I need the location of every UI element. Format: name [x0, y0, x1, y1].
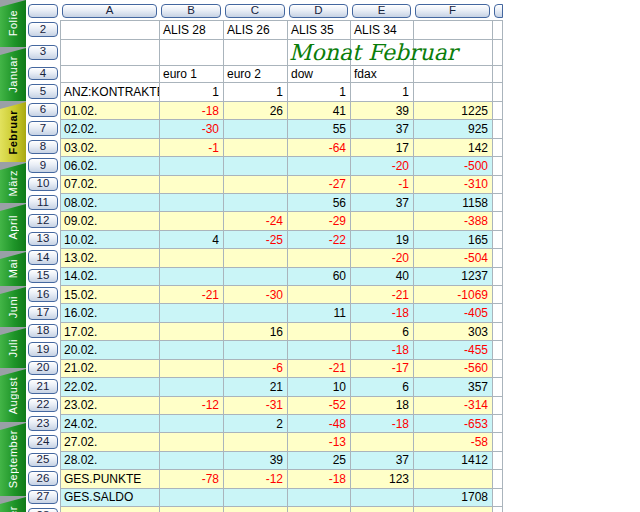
select-all-corner-button[interactable]: [28, 4, 58, 18]
cell-A13[interactable]: 10.02.: [61, 231, 160, 249]
column-header-f[interactable]: F: [415, 4, 490, 18]
cell-B20[interactable]: [160, 360, 224, 378]
cell-D6[interactable]: 41: [288, 102, 351, 120]
cell-F4[interactable]: [414, 66, 493, 83]
cell-D11[interactable]: 56: [288, 194, 351, 212]
cell-E2[interactable]: ALIS 34: [351, 21, 414, 40]
cell-D28[interactable]: [288, 507, 351, 512]
cell-E27[interactable]: [351, 489, 414, 507]
cell-F9[interactable]: -500: [414, 157, 493, 175]
cell-E19[interactable]: -18: [351, 341, 414, 359]
cell-E16[interactable]: -21: [351, 286, 414, 304]
row-header-6[interactable]: 6: [28, 103, 58, 117]
cell-C24[interactable]: [224, 433, 288, 451]
cell-C14[interactable]: [224, 249, 288, 267]
cell-B14[interactable]: [160, 249, 224, 267]
column-header-e[interactable]: E: [352, 4, 411, 18]
cell-E13[interactable]: 19: [351, 231, 414, 249]
cell-F3[interactable]: [414, 40, 493, 66]
cell-E21[interactable]: 6: [351, 378, 414, 396]
cell-D3[interactable]: [288, 40, 351, 66]
sheet-tab-februar[interactable]: Februar: [0, 102, 26, 162]
cell-F26[interactable]: [414, 470, 493, 488]
cell-F16[interactable]: -1069: [414, 286, 493, 304]
cell-E23[interactable]: -18: [351, 415, 414, 433]
column-header-partial[interactable]: [494, 4, 503, 18]
cell-D16[interactable]: [288, 286, 351, 304]
cell-G18[interactable]: [493, 323, 503, 341]
cell-G9[interactable]: [493, 157, 503, 175]
sheet-tab-januar[interactable]: Januar: [0, 48, 26, 101]
cell-B7[interactable]: -30: [160, 120, 224, 138]
cell-F27[interactable]: 1708: [414, 489, 493, 507]
cell-C20[interactable]: -6: [224, 360, 288, 378]
cell-A20[interactable]: 21.02.: [61, 360, 160, 378]
cell-G19[interactable]: [493, 341, 503, 359]
sheet-tab-oktober[interactable]: Oktober: [0, 497, 26, 512]
cell-B9[interactable]: [160, 157, 224, 175]
cell-F11[interactable]: 1158: [414, 194, 493, 212]
cell-B16[interactable]: -21: [160, 286, 224, 304]
cell-G24[interactable]: [493, 433, 503, 451]
cell-F10[interactable]: -310: [414, 176, 493, 194]
row-header-16[interactable]: 16: [28, 287, 58, 301]
cell-G2[interactable]: [493, 21, 503, 40]
cell-F25[interactable]: 1412: [414, 452, 493, 470]
row-header-25[interactable]: 25: [28, 453, 58, 467]
row-header-5[interactable]: 5: [28, 84, 58, 99]
cell-D27[interactable]: [288, 489, 351, 507]
cell-C27[interactable]: [224, 489, 288, 507]
cell-E28[interactable]: [351, 507, 414, 512]
row-header-4[interactable]: 4: [28, 67, 58, 80]
cell-B25[interactable]: [160, 452, 224, 470]
cell-D10[interactable]: -27: [288, 176, 351, 194]
cell-B22[interactable]: -12: [160, 397, 224, 415]
cell-F14[interactable]: -504: [414, 249, 493, 267]
row-header-2[interactable]: 2: [28, 22, 58, 37]
cell-A3[interactable]: [61, 40, 160, 66]
cell-D19[interactable]: [288, 341, 351, 359]
cell-E18[interactable]: 6: [351, 323, 414, 341]
cell-C10[interactable]: [224, 176, 288, 194]
cell-E7[interactable]: 37: [351, 120, 414, 138]
cell-C12[interactable]: -24: [224, 212, 288, 230]
column-header-c[interactable]: C: [225, 4, 285, 18]
cell-E25[interactable]: 37: [351, 452, 414, 470]
cell-C21[interactable]: 21: [224, 378, 288, 396]
cell-G14[interactable]: [493, 249, 503, 267]
cell-A14[interactable]: 13.02.: [61, 249, 160, 267]
row-header-17[interactable]: 17: [28, 306, 58, 320]
cell-G12[interactable]: [493, 212, 503, 230]
cell-C3[interactable]: [224, 40, 288, 66]
cell-F6[interactable]: 1225: [414, 102, 493, 120]
cell-F15[interactable]: 1237: [414, 268, 493, 286]
cell-C13[interactable]: -25: [224, 231, 288, 249]
cell-C5[interactable]: 1: [224, 83, 288, 102]
cell-G10[interactable]: [493, 176, 503, 194]
cell-B18[interactable]: [160, 323, 224, 341]
cell-C17[interactable]: [224, 304, 288, 322]
cell-F13[interactable]: 165: [414, 231, 493, 249]
cell-G26[interactable]: [493, 470, 503, 488]
cell-G16[interactable]: [493, 286, 503, 304]
cell-E26[interactable]: 123: [351, 470, 414, 488]
row-header-20[interactable]: 20: [28, 361, 58, 375]
cell-E6[interactable]: 39: [351, 102, 414, 120]
cell-C26[interactable]: -12: [224, 470, 288, 488]
column-header-d[interactable]: D: [289, 4, 348, 18]
cell-B8[interactable]: -1: [160, 139, 224, 157]
cell-B4[interactable]: euro 1: [160, 66, 224, 83]
cell-B5[interactable]: 1: [160, 83, 224, 102]
cell-C25[interactable]: 39: [224, 452, 288, 470]
cell-B19[interactable]: [160, 341, 224, 359]
cell-D13[interactable]: -22: [288, 231, 351, 249]
row-header-27[interactable]: 27: [28, 490, 58, 504]
cell-F7[interactable]: 925: [414, 120, 493, 138]
column-header-a[interactable]: A: [62, 4, 157, 18]
cell-C11[interactable]: [224, 194, 288, 212]
cell-D9[interactable]: [288, 157, 351, 175]
cell-F17[interactable]: -405: [414, 304, 493, 322]
cell-G4[interactable]: [493, 66, 503, 83]
cell-B2[interactable]: ALIS 28: [160, 21, 224, 40]
cell-E9[interactable]: -20: [351, 157, 414, 175]
